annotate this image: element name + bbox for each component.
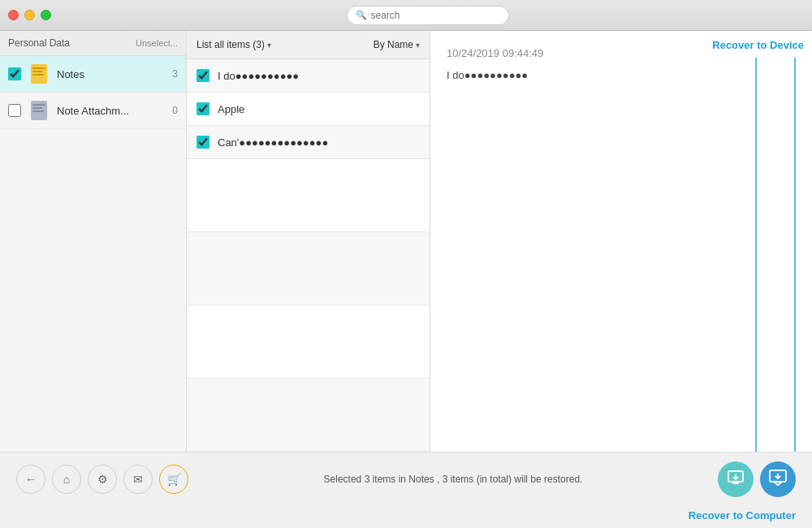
list-item-empty [187, 379, 430, 452]
list-item-empty [187, 159, 430, 232]
status-bar: ← ⌂ ⚙ ✉ 🛒 Selected 3 items in Notes , 3 … [0, 452, 812, 506]
list-item-1-text: Apple [218, 103, 244, 115]
notes-icon [28, 63, 50, 85]
by-name-label: By Name [374, 39, 413, 50]
sidebar-item-notes[interactable]: Notes 3 [0, 56, 186, 93]
action-buttons [718, 461, 796, 497]
close-button[interactable] [8, 10, 19, 20]
app-wrapper: 🔍 Personal Data Unselect... Notes [0, 0, 812, 528]
sidebar-unselect-label[interactable]: Unselect... [136, 38, 178, 48]
svg-rect-5 [32, 104, 45, 106]
preview-panel: 10/24/2019 09:44:49 I do●●●●●●●●●● Recov… [430, 31, 812, 452]
list-panel: List all items (3) ▾ By Name ▾ I do●●●●●… [187, 31, 430, 452]
notes-label: Notes [57, 68, 166, 80]
device-connector-line [755, 58, 757, 452]
search-bar: 🔍 [347, 6, 509, 25]
note-attachments-count: 0 [172, 105, 178, 116]
sidebar-header: Personal Data Unselect... [0, 31, 186, 56]
search-bar-container: 🔍 [51, 6, 804, 25]
recover-to-computer-button[interactable] [760, 461, 796, 497]
list-item-0-checkbox[interactable] [197, 69, 209, 82]
settings-button[interactable]: ⚙ [88, 465, 117, 494]
list-item[interactable]: Can'●●●●●●●●●●●●●● [187, 126, 430, 159]
cart-button[interactable]: 🛒 [159, 465, 188, 494]
list-item-empty [187, 305, 430, 379]
svg-rect-3 [32, 74, 44, 76]
sidebar-personal-data-label: Personal Data [8, 37, 70, 49]
home-icon: ⌂ [63, 473, 70, 486]
svg-rect-7 [32, 110, 44, 112]
by-name-arrow: ▾ [416, 41, 420, 50]
minimize-button[interactable] [24, 10, 35, 20]
back-icon: ← [25, 473, 37, 486]
list-item[interactable]: Apple [187, 93, 430, 126]
nav-buttons: ← ⌂ ⚙ ✉ 🛒 [16, 465, 188, 494]
home-button[interactable]: ⌂ [52, 465, 81, 494]
recover-computer-icon [769, 469, 787, 491]
recover-device-icon [727, 469, 745, 491]
gear-icon: ⚙ [97, 473, 108, 486]
by-name-dropdown[interactable]: By Name ▾ [374, 39, 420, 50]
cart-icon: 🛒 [167, 473, 181, 486]
notes-count: 3 [172, 68, 178, 80]
list-all-items-arrow: ▾ [267, 41, 271, 50]
svg-rect-2 [32, 71, 42, 72]
sidebar: Personal Data Unselect... Notes 3 [0, 31, 187, 452]
preview-text: I do●●●●●●●●●● [447, 69, 796, 81]
title-bar: 🔍 [0, 0, 812, 31]
svg-rect-1 [32, 67, 45, 69]
note-attachments-label: Note Attachm... [57, 105, 166, 117]
sidebar-item-note-attachments[interactable]: Note Attachm... 0 [0, 93, 186, 129]
search-input[interactable] [371, 10, 500, 21]
note-attachments-icon [28, 99, 50, 122]
list-item-empty [187, 232, 430, 305]
mail-button[interactable]: ✉ [123, 465, 153, 494]
recover-to-computer-area: Recover to Computer [0, 506, 812, 528]
list-item-2-checkbox[interactable] [197, 136, 209, 149]
recover-to-device-label: Recover to Device [712, 39, 804, 51]
status-text: Selected 3 items in Notes , 3 items (in … [188, 474, 718, 485]
notes-checkbox[interactable] [8, 67, 21, 80]
list-item-0-text: I do●●●●●●●●●● [218, 70, 299, 82]
svg-rect-6 [32, 107, 42, 109]
computer-connector-line [794, 58, 796, 452]
note-attachments-checkbox[interactable] [8, 104, 21, 117]
mail-icon: ✉ [133, 473, 143, 486]
list-item[interactable]: I do●●●●●●●●●● [187, 59, 430, 93]
list-all-items-label: List all items (3) [197, 39, 265, 50]
search-icon: 🔍 [356, 10, 367, 20]
list-item-1-checkbox[interactable] [197, 102, 209, 115]
list-item-2-text: Can'●●●●●●●●●●●●●● [218, 136, 328, 149]
recover-to-computer-label: Recover to Computer [689, 509, 796, 522]
maximize-button[interactable] [41, 10, 51, 20]
list-all-items-dropdown[interactable]: List all items (3) ▾ [197, 39, 271, 50]
traffic-lights [8, 10, 51, 20]
list-panel-header: List all items (3) ▾ By Name ▾ [187, 31, 430, 59]
svg-rect-9 [732, 483, 739, 484]
recover-to-device-button[interactable] [718, 461, 754, 497]
main-content: Personal Data Unselect... Notes 3 [0, 31, 812, 452]
back-button[interactable]: ← [16, 465, 45, 494]
